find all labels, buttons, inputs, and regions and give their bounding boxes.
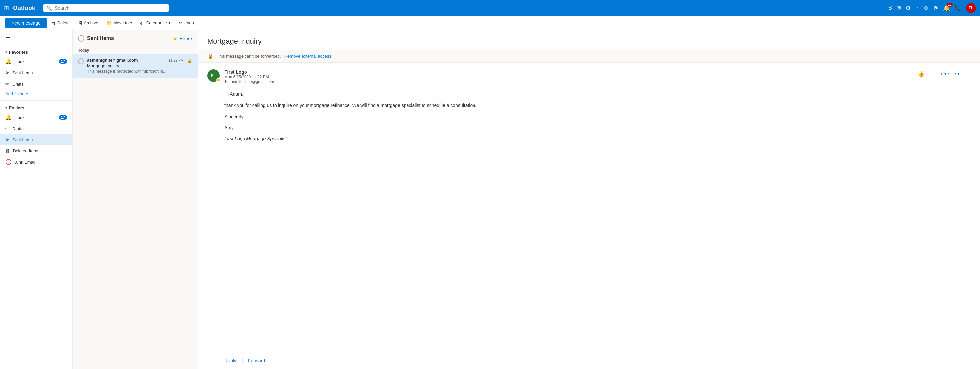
message-subject: Mortgage Inquiry bbox=[87, 64, 184, 69]
inbox-folder-icon: 🔔 bbox=[5, 114, 11, 120]
notification-icon[interactable]: 🔔 19 bbox=[943, 5, 950, 11]
email-sender-name: First Logo bbox=[224, 69, 912, 75]
sender-avatar: FL bbox=[207, 69, 220, 82]
email-footer: Reply | Forward bbox=[198, 353, 980, 369]
email-body-line1: thank you for calling us to inquire on y… bbox=[224, 102, 971, 110]
security-lock-icon: 🔒 bbox=[207, 53, 213, 59]
folder-title: Sent Items bbox=[87, 35, 170, 41]
categorize-button[interactable]: 🏷 Categorize ▾ bbox=[137, 19, 173, 28]
more-button[interactable]: ... bbox=[199, 19, 209, 27]
archive-icon: 🗄 bbox=[78, 21, 82, 26]
archive-button[interactable]: 🗄 Archive bbox=[74, 19, 101, 28]
sidebar-item-inbox[interactable]: 🔔 Inbox 17 bbox=[0, 112, 72, 123]
help-icon[interactable]: ? bbox=[915, 5, 918, 11]
email-greeting: Hi Adam, bbox=[224, 91, 971, 99]
email-text: Hi Adam, thank you for calling us to inq… bbox=[207, 91, 971, 143]
inbox-folder-badge: 17 bbox=[59, 115, 67, 120]
email-meta: FL First Logo Mon 6/15/2020 11:22 PM To:… bbox=[207, 69, 971, 84]
select-all-checkbox[interactable] bbox=[78, 35, 84, 42]
reply-footer-button[interactable]: Reply bbox=[224, 358, 236, 363]
search-input[interactable] bbox=[55, 5, 165, 11]
topbar-icons: S ✉ ⚙ ? ☺ ⚑ 🔔 19 📞 FL bbox=[888, 3, 976, 13]
email-subject: Mortgage Inquiry bbox=[207, 37, 971, 46]
chevron-down-icon: ▾ bbox=[130, 21, 132, 25]
message-time: 11:22 PM bbox=[168, 59, 184, 62]
undo-button[interactable]: ↩ Undo bbox=[175, 19, 197, 28]
reply-button-header[interactable]: ↩ bbox=[929, 69, 936, 78]
reading-pane: Mortgage Inquiry 🔒 This message can't be… bbox=[198, 30, 980, 369]
forward-footer-button[interactable]: Forward bbox=[248, 358, 265, 363]
sent-icon-fav: ➤ bbox=[5, 70, 10, 76]
move-to-button[interactable]: 📁 Move to ▾ bbox=[103, 19, 135, 28]
message-checkbox[interactable] bbox=[78, 59, 84, 64]
chevron-down-filter: ▾ bbox=[191, 37, 192, 40]
date-header: Today bbox=[73, 45, 198, 54]
email-sincerely: Sincerely, bbox=[224, 113, 971, 121]
user-avatar[interactable]: FL bbox=[966, 3, 976, 13]
grid-icon[interactable]: ⊞ bbox=[4, 4, 9, 11]
folder-icon: 📁 bbox=[106, 21, 112, 26]
chevron-down-folders: ▾ bbox=[5, 106, 7, 110]
message-list: Sent Items ★ Filter ▾ Today asmithignite… bbox=[73, 30, 198, 369]
sender-status-badge bbox=[216, 78, 220, 82]
settings-icon[interactable]: ⚙ bbox=[906, 5, 911, 11]
search-box: 🔍 bbox=[43, 4, 169, 12]
message-content: asmithignite@gmail.com 11:22 PM Mortgage… bbox=[87, 58, 184, 73]
reply-all-button-header[interactable]: ↩↩ bbox=[939, 69, 950, 78]
sidebar-item-favorites-inbox[interactable]: 🔔 Inbox 17 bbox=[0, 56, 72, 67]
email-signature: First Logo Mortgage Specialist bbox=[224, 135, 971, 143]
security-notice-text: This message can't be forwarded. bbox=[217, 54, 281, 59]
hamburger-icon: ☰ bbox=[5, 36, 11, 43]
drafts-icon-fav: ✏ bbox=[5, 81, 10, 87]
security-notice: 🔒 This message can't be forwarded. Remov… bbox=[198, 50, 980, 63]
footer-divider: | bbox=[242, 358, 243, 364]
lock-icon: 🔒 bbox=[187, 59, 192, 64]
search-icon: 🔍 bbox=[46, 5, 52, 11]
main-layout: ☰ ▾ Favorites 🔔 Inbox 17 ➤ Sent Items ✏ … bbox=[0, 30, 980, 369]
sidebar-item-drafts[interactable]: ✏ Drafts bbox=[0, 123, 72, 134]
app-title: Outlook bbox=[13, 5, 35, 11]
flag-icon[interactable]: ⚑ bbox=[934, 5, 939, 11]
reading-header: Mortgage Inquiry bbox=[198, 30, 980, 50]
delete-button[interactable]: 🗑 Delete bbox=[48, 19, 73, 28]
filter-button[interactable]: Filter ▾ bbox=[180, 36, 192, 41]
sent-icon: ➤ bbox=[5, 137, 10, 143]
inbox-badge: 17 bbox=[59, 59, 67, 64]
email-name: Amy bbox=[224, 124, 971, 132]
email-to: To: asmithignite@gmail.com bbox=[224, 79, 912, 84]
message-list-header: Sent Items ★ Filter ▾ bbox=[73, 30, 198, 45]
chevron-down-favorites: ▾ bbox=[5, 50, 7, 54]
star-icon[interactable]: ★ bbox=[173, 35, 177, 42]
sidebar-favorites-header[interactable]: ▾ Favorites bbox=[0, 47, 72, 56]
message-sender: asmithignite@gmail.com bbox=[87, 58, 138, 63]
sidebar: ☰ ▾ Favorites 🔔 Inbox 17 ➤ Sent Items ✏ … bbox=[0, 30, 73, 369]
topbar: ⊞ Outlook 🔍 S ✉ ⚙ ? ☺ ⚑ 🔔 19 📞 FL bbox=[0, 0, 980, 16]
sidebar-item-sent[interactable]: ➤ Sent Items bbox=[0, 134, 72, 145]
undo-icon: ↩ bbox=[178, 21, 182, 26]
new-message-button[interactable]: New message bbox=[5, 18, 46, 29]
sidebar-item-junk[interactable]: 🚫 Junk Email bbox=[0, 156, 72, 168]
email-actions: 👍 ↩ ↩↩ ↪ ··· bbox=[916, 69, 971, 78]
sidebar-item-favorites-sent[interactable]: ➤ Sent Items bbox=[0, 67, 72, 78]
chevron-down-icon2: ▾ bbox=[169, 21, 170, 25]
toolbar: New message 🗑 Delete 🗄 Archive 📁 Move to… bbox=[0, 16, 980, 30]
email-meta-info: First Logo Mon 6/15/2020 11:22 PM To: as… bbox=[224, 69, 912, 84]
more-email-actions[interactable]: ··· bbox=[964, 70, 971, 78]
email-body: FL First Logo Mon 6/15/2020 11:22 PM To:… bbox=[198, 63, 980, 353]
tag-icon: 🏷 bbox=[140, 21, 145, 26]
forward-button-header[interactable]: ↪ bbox=[954, 69, 961, 78]
sidebar-item-deleted[interactable]: 🗑 Deleted Items bbox=[0, 145, 72, 156]
feedback-icon[interactable]: ✉ bbox=[897, 5, 901, 11]
sidebar-folders-header[interactable]: ▾ Folders bbox=[0, 103, 72, 112]
message-item[interactable]: asmithignite@gmail.com 11:22 PM Mortgage… bbox=[73, 54, 198, 78]
deleted-icon: 🗑 bbox=[5, 148, 10, 153]
junk-icon: 🚫 bbox=[5, 159, 11, 165]
sidebar-item-favorites-drafts[interactable]: ✏ Drafts bbox=[0, 78, 72, 89]
add-favorite-link[interactable]: Add favorite bbox=[0, 89, 72, 99]
like-button[interactable]: 👍 bbox=[916, 69, 926, 78]
skype-icon[interactable]: S bbox=[888, 5, 892, 11]
remove-access-link[interactable]: Remove external access bbox=[285, 54, 331, 59]
emoji-icon[interactable]: ☺ bbox=[923, 5, 929, 11]
sidebar-hamburger[interactable]: ☰ bbox=[0, 33, 72, 47]
phone-icon[interactable]: 📞 bbox=[955, 5, 961, 11]
